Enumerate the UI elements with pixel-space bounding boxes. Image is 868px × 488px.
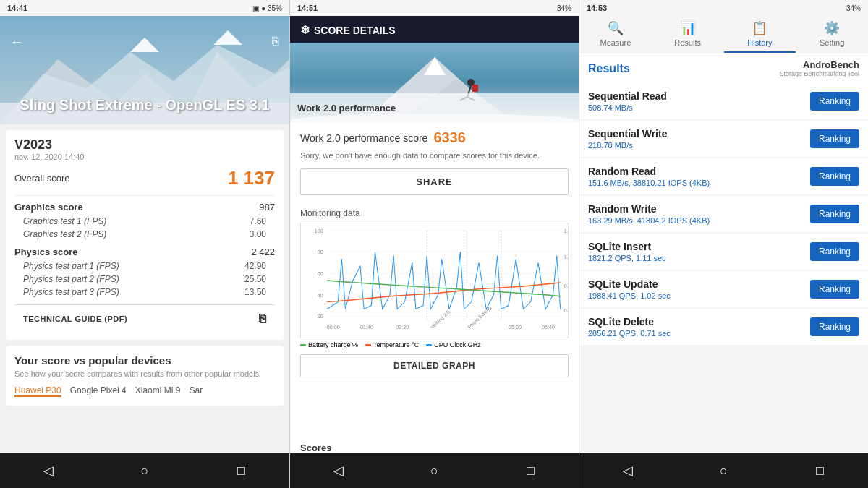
battery-icon-1: ▣ bbox=[252, 4, 259, 12]
home-nav-btn-2[interactable]: ○ bbox=[420, 456, 449, 485]
physics-test2: Physics test part 2 (FPS) 25.50 bbox=[14, 273, 275, 286]
bench-value-2: 151.6 MB/s, 38810.21 IOPS (4KB) bbox=[588, 179, 710, 187]
version-label: V2023 bbox=[14, 137, 275, 153]
gt2-label: Graphics test 2 (FPS) bbox=[23, 229, 106, 239]
compare-desc: See how your score compares with results… bbox=[14, 369, 275, 378]
bottom-nav-3: ◁ ○ □ bbox=[579, 453, 868, 488]
recents-nav-btn[interactable]: □ bbox=[226, 456, 255, 485]
device-tab-3[interactable]: Sar bbox=[189, 385, 203, 397]
hero-label: Work 2.0 performance bbox=[297, 103, 396, 114]
bench-list: Sequential Read 508.74 MB/s Ranking Sequ… bbox=[579, 83, 868, 453]
graphics-test2: Graphics test 2 (FPS) 3.00 bbox=[14, 228, 275, 241]
bench-info-0: Sequential Read 508.74 MB/s bbox=[588, 90, 667, 112]
overall-label: Overall score bbox=[14, 173, 70, 184]
ranking-btn-4[interactable]: Ranking bbox=[810, 242, 859, 261]
recents-nav-btn-3[interactable]: □ bbox=[806, 456, 835, 485]
home-nav-btn[interactable]: ○ bbox=[130, 456, 159, 485]
ranking-btn-6[interactable]: Ranking bbox=[810, 317, 859, 336]
svg-rect-14 bbox=[472, 85, 478, 92]
home-nav-btn-3[interactable]: ○ bbox=[710, 456, 739, 485]
phone1-nav: ← ⎘ bbox=[0, 35, 289, 50]
svg-text:Photo Editing: Photo Editing bbox=[467, 305, 493, 330]
legend-temp: Temperature °C bbox=[365, 341, 419, 348]
bench-item-0: Sequential Read 508.74 MB/s Ranking bbox=[579, 83, 868, 119]
bench-value-6: 2856.21 QPS, 0.71 sec bbox=[588, 329, 671, 338]
status-bar-3: 14:53 34% bbox=[579, 0, 868, 16]
tab-results[interactable]: 📊 Results bbox=[652, 16, 724, 53]
back-nav-btn[interactable]: ◁ bbox=[34, 456, 63, 485]
work-score-label: Work 2.0 performance score bbox=[300, 132, 427, 144]
measure-label: Measure bbox=[600, 38, 631, 47]
bench-value-1: 218.78 MB/s bbox=[588, 141, 667, 150]
tab-history[interactable]: 📋 History bbox=[724, 16, 796, 53]
share-button[interactable]: SHARE bbox=[300, 168, 569, 195]
device-tab-0[interactable]: Huawei P30 bbox=[14, 385, 61, 397]
bench-item-5: SQLite Update 1988.41 QPS, 1.02 sec Rank… bbox=[579, 271, 868, 307]
detailed-graph-button[interactable]: DETAILED GRAPH bbox=[300, 354, 569, 377]
back-icon[interactable]: ← bbox=[10, 35, 23, 50]
pt2-value: 25.50 bbox=[244, 274, 266, 284]
svg-text:03:20: 03:20 bbox=[396, 325, 409, 330]
legend-battery: Battery charge % bbox=[300, 341, 358, 348]
compare-title: Your score vs popular devices bbox=[14, 354, 275, 367]
version-date: nov. 12, 2020 14:40 bbox=[14, 153, 275, 161]
bench-item-4: SQLite Insert 1821.2 QPS, 1.11 sec Ranki… bbox=[579, 234, 868, 270]
sorry-text: Sorry, we don't have enough data to comp… bbox=[300, 150, 569, 161]
svg-text:80: 80 bbox=[318, 250, 323, 255]
tab-setting[interactable]: ⚙️ Setting bbox=[796, 16, 868, 53]
bench-item-1: Sequential Write 218.78 MB/s Ranking bbox=[579, 121, 868, 157]
graphics-label: Graphics score bbox=[14, 202, 83, 213]
monitoring-chart: 100 80 60 40 20 1.6GHz 1.2GHz 0.8GHz 0.4… bbox=[300, 223, 569, 338]
ranking-btn-2[interactable]: Ranking bbox=[810, 167, 859, 186]
battery-2: 34% bbox=[557, 4, 571, 12]
time-3: 14:53 bbox=[587, 4, 607, 12]
physics-score-row: Physics score 2 422 bbox=[14, 247, 275, 257]
overall-value: 1 137 bbox=[228, 167, 275, 189]
phone1-content: V2023 nov. 12, 2020 14:40 Overall score … bbox=[0, 124, 289, 453]
device-tab-1[interactable]: Google Pixel 4 bbox=[70, 385, 127, 397]
phone3-androbench: 14:53 34% 🔍 Measure 📊 Results 📋 History … bbox=[579, 0, 868, 488]
time-1: 14:41 bbox=[7, 4, 27, 12]
history-label: History bbox=[747, 38, 772, 47]
back-nav-btn-2[interactable]: ◁ bbox=[324, 456, 353, 485]
pt3-value: 13.50 bbox=[244, 287, 266, 297]
ranking-btn-5[interactable]: Ranking bbox=[810, 280, 859, 299]
share-icon[interactable]: ⎘ bbox=[272, 35, 279, 50]
share-icon-2[interactable]: ⎘ bbox=[259, 312, 267, 325]
back-nav-btn-3[interactable]: ◁ bbox=[613, 456, 642, 485]
gt1-label: Graphics test 1 (FPS) bbox=[23, 216, 106, 226]
compare-card: Your score vs popular devices See how yo… bbox=[6, 346, 284, 406]
graphics-score-row: Graphics score 987 bbox=[14, 202, 275, 213]
bench-item-2: Random Read 151.6 MB/s, 38810.21 IOPS (4… bbox=[579, 158, 868, 194]
bottom-nav-1: ◁ ○ □ bbox=[0, 453, 289, 488]
svg-text:Writing 2.0: Writing 2.0 bbox=[430, 309, 451, 330]
gt2-value: 3.00 bbox=[250, 229, 266, 239]
bench-name-6: SQLite Delete bbox=[588, 316, 671, 328]
svg-text:100: 100 bbox=[315, 228, 323, 234]
technical-guide-label: TECHNICAL GUIDE (PDF) bbox=[23, 314, 127, 323]
work-score-value: 6336 bbox=[433, 129, 466, 146]
device-tab-2[interactable]: Xiaomi Mi 9 bbox=[135, 385, 181, 397]
recents-nav-btn-2[interactable]: □ bbox=[516, 456, 545, 485]
physics-value: 2 422 bbox=[251, 247, 275, 257]
androbench-sub: Storage Benchmarking Tool bbox=[780, 70, 859, 77]
svg-text:40: 40 bbox=[318, 293, 323, 298]
monitoring-title: Monitoring data bbox=[300, 208, 569, 218]
phone3-tabs: 🔍 Measure 📊 Results 📋 History ⚙️ Setting bbox=[579, 16, 868, 53]
bench-value-3: 163.29 MB/s, 41804.2 IOPS (4KB) bbox=[588, 216, 710, 225]
ranking-btn-3[interactable]: Ranking bbox=[810, 205, 859, 223]
technical-guide-row[interactable]: TECHNICAL GUIDE (PDF) ⎘ bbox=[14, 304, 275, 333]
bench-name-3: Random Write bbox=[588, 203, 710, 215]
pt1-value: 42.90 bbox=[244, 261, 266, 271]
svg-text:05:00: 05:00 bbox=[509, 325, 522, 330]
androbench-logo: AndroBench Storage Benchmarking Tool bbox=[780, 59, 859, 77]
ranking-btn-0[interactable]: Ranking bbox=[810, 92, 859, 111]
svg-text:0.4GHz: 0.4GHz bbox=[564, 309, 568, 314]
ranking-btn-1[interactable]: Ranking bbox=[810, 129, 859, 148]
scores-section-label: Scores bbox=[290, 437, 579, 453]
bench-info-3: Random Write 163.29 MB/s, 41804.2 IOPS (… bbox=[588, 203, 710, 225]
physics-test3: Physics test part 3 (FPS) 13.50 bbox=[14, 286, 275, 299]
bench-value-4: 1821.2 QPS, 1.11 sec bbox=[588, 254, 666, 262]
tab-measure[interactable]: 🔍 Measure bbox=[579, 16, 652, 53]
svg-text:01:40: 01:40 bbox=[360, 325, 373, 330]
